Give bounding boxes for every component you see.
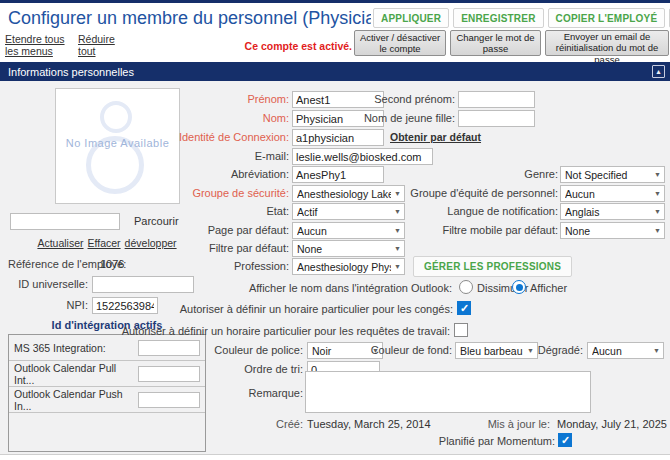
page-title-suffix: (Physician, Anest1) bbox=[302, 8, 371, 28]
notification-language-select[interactable]: Anglais▼ bbox=[560, 203, 665, 220]
email-field[interactable] bbox=[292, 148, 433, 165]
chevron-down-icon: ▼ bbox=[524, 347, 537, 354]
chevron-down-icon: ▼ bbox=[651, 227, 664, 234]
gradient-label: Dégradé: bbox=[538, 344, 583, 356]
outlook-pull-input[interactable] bbox=[138, 366, 200, 382]
send-reset-email-button[interactable]: Envoyer un email de réinitialisation du … bbox=[545, 30, 669, 56]
last-name-label: Nom: bbox=[263, 112, 289, 124]
middle-name-label: Second prénom: bbox=[374, 93, 455, 105]
mobile-filter-select[interactable]: None▼ bbox=[560, 222, 665, 239]
change-password-button[interactable]: Changer le mot de passe bbox=[450, 30, 541, 56]
chevron-down-icon: ▼ bbox=[650, 347, 663, 354]
gradient-value: Aucun bbox=[592, 345, 650, 357]
chevron-down-icon: ▼ bbox=[651, 190, 664, 197]
security-group-select[interactable]: Anesthesiology Lakewood▼ bbox=[292, 185, 405, 202]
photo-links: ActualiserEffacerdévelopper bbox=[8, 237, 206, 249]
login-field[interactable] bbox=[292, 129, 384, 146]
expand-all-menus-link[interactable]: Etendre tous les menus bbox=[5, 33, 69, 57]
gradient-select[interactable]: Aucun▼ bbox=[587, 342, 664, 359]
login-label: Identité de Connexion: bbox=[179, 131, 289, 143]
profession-value: Anesthesiology Physician bbox=[297, 261, 391, 273]
bg-color-select[interactable]: Bleu barbeau▼ bbox=[455, 342, 538, 359]
outlook-hide-radio[interactable] bbox=[459, 280, 473, 294]
gender-select[interactable]: Not Specified▼ bbox=[560, 166, 665, 183]
get-default-login-link[interactable]: Obtenir par défaut bbox=[390, 131, 481, 143]
chevron-up-icon: ▲ bbox=[655, 68, 662, 75]
save-button[interactable]: ENREGISTRER bbox=[453, 8, 543, 28]
toggle-account-button[interactable]: Activer / désactiver le compte bbox=[354, 30, 446, 56]
profession-select[interactable]: Anesthesiology Physician▼ bbox=[292, 258, 405, 275]
photo-path-input[interactable] bbox=[10, 213, 120, 230]
remark-label: Remarque: bbox=[249, 387, 303, 399]
first-name-field[interactable] bbox=[292, 91, 384, 108]
chevron-down-icon: ▼ bbox=[391, 190, 404, 197]
sort-order-label: Ordre de tri: bbox=[244, 363, 303, 375]
integration-row: MS 365 Integration: bbox=[9, 335, 205, 361]
chevron-down-icon: ▼ bbox=[391, 263, 404, 270]
maiden-name-field[interactable] bbox=[458, 110, 535, 127]
outlook-display-label: Afficher le nom dans l'intégration Outlo… bbox=[249, 282, 452, 294]
develop-photo-link[interactable]: développer bbox=[125, 237, 177, 249]
bg-color-label: Couleur de fond: bbox=[371, 344, 452, 356]
allow-timeoff-label: Autoriser à définir un horaire particuli… bbox=[180, 303, 453, 315]
font-color-label: Couleur de police: bbox=[214, 344, 303, 356]
top-accent-bar bbox=[0, 0, 670, 3]
remark-textarea[interactable] bbox=[305, 371, 591, 413]
default-page-select[interactable]: Aucun▼ bbox=[292, 222, 405, 239]
npi-field[interactable] bbox=[92, 297, 158, 314]
chevron-down-icon: ▼ bbox=[651, 208, 664, 215]
section-header-personal-info: Informations personnelles ▲ bbox=[0, 62, 670, 81]
collapse-all-link[interactable]: Réduire tout bbox=[78, 33, 124, 57]
workrequest-checkbox[interactable] bbox=[454, 323, 468, 337]
notification-language-value: Anglais bbox=[565, 206, 651, 218]
page-title: Configurer un membre du personnel (Physi… bbox=[8, 8, 371, 32]
chevron-down-icon: ▼ bbox=[391, 227, 404, 234]
chevron-down-icon: ▼ bbox=[651, 171, 664, 178]
timeoff-checkbox[interactable] bbox=[457, 301, 471, 315]
gender-value: Not Specified bbox=[565, 169, 651, 181]
bg-color-value: Bleu barbeau bbox=[460, 345, 524, 357]
copy-employee-button[interactable]: COPIER L'EMPLOYÉ bbox=[548, 8, 666, 28]
outlook-pull-label: Outlook Calendar Pull Int... bbox=[14, 362, 138, 386]
security-group-label: Groupe de sécurité: bbox=[192, 187, 289, 199]
equity-group-select[interactable]: Aucun▼ bbox=[560, 185, 665, 202]
clear-photo-link[interactable]: Effacer bbox=[88, 237, 121, 249]
middle-name-field[interactable] bbox=[458, 91, 535, 108]
browse-button[interactable]: Parcourir bbox=[134, 215, 179, 227]
header-actions: APPLIQUER ENREGISTRER COPIER L'EMPLOYÉ R… bbox=[373, 8, 670, 28]
state-label: Etat: bbox=[266, 205, 289, 217]
default-filter-select[interactable]: None▼ bbox=[292, 240, 405, 257]
integrations-box: MS 365 Integration: Outlook Calendar Pul… bbox=[8, 334, 206, 452]
updated-label: Mis à jour le: bbox=[488, 418, 550, 430]
manage-professions-button[interactable]: GÉRER LES PROFESSIONS bbox=[413, 256, 572, 277]
chevron-down-icon: ▼ bbox=[391, 208, 404, 215]
integration-row: Outlook Calendar Pull Int... bbox=[9, 361, 205, 387]
account-status-text: Ce compte est activé. bbox=[240, 40, 352, 52]
gender-label: Genre: bbox=[524, 168, 558, 180]
collapse-section-button[interactable]: ▲ bbox=[652, 65, 665, 78]
apply-button[interactable]: APPLIQUER bbox=[373, 8, 449, 28]
outlook-push-input[interactable] bbox=[138, 392, 200, 408]
mobile-filter-label: Filtre mobile par défaut: bbox=[442, 224, 558, 236]
staff-config-page: Configurer un membre du personnel (Physi… bbox=[0, 0, 670, 460]
employee-ref-value: 1076 bbox=[100, 258, 124, 270]
profession-label: Profession: bbox=[234, 260, 289, 272]
refresh-photo-link[interactable]: Actualiser bbox=[37, 237, 83, 249]
section-title: Informations personnelles bbox=[8, 66, 134, 78]
equity-group-label: Groupe d'équité de personnel: bbox=[410, 187, 558, 199]
ms365-input[interactable] bbox=[138, 340, 200, 356]
abbreviation-field[interactable] bbox=[292, 166, 384, 183]
photo-placeholder: No Image Available bbox=[55, 88, 180, 204]
default-page-value: Aucun bbox=[297, 225, 391, 237]
state-select[interactable]: Actif▼ bbox=[292, 203, 405, 220]
no-image-text: No Image Available bbox=[56, 137, 179, 149]
universal-id-field[interactable] bbox=[92, 276, 194, 293]
default-filter-label: Filtre par défaut: bbox=[209, 242, 289, 254]
default-filter-value: None bbox=[297, 243, 391, 255]
created-value: Tuesday, March 25, 2014 bbox=[307, 418, 431, 430]
first-name-label: Prénom: bbox=[247, 93, 289, 105]
momentum-checkbox[interactable] bbox=[558, 433, 572, 447]
outlook-show-radio[interactable] bbox=[512, 280, 526, 294]
ms365-label: MS 365 Integration: bbox=[14, 342, 106, 354]
equity-group-value: Aucun bbox=[565, 188, 651, 200]
